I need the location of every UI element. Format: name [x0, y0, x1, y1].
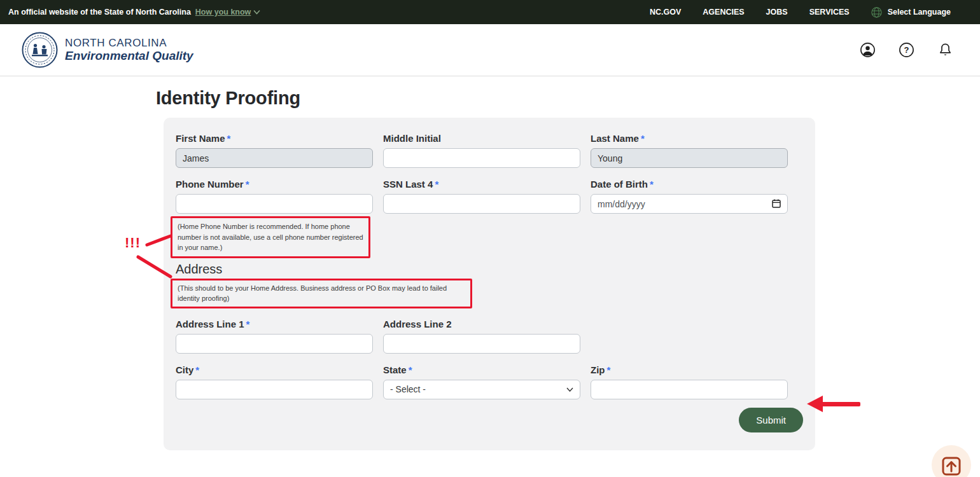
required-asterisk: *: [650, 179, 654, 190]
middle-initial-label: Middle Initial: [383, 133, 580, 144]
submit-button[interactable]: Submit: [739, 408, 803, 432]
date-of-birth-label: Date of Birth*: [591, 179, 788, 190]
select-language-button[interactable]: Select Language: [871, 7, 951, 18]
city-label: City*: [176, 364, 373, 376]
nav-link-jobs[interactable]: JOBS: [766, 8, 788, 17]
first-name-field: [176, 148, 373, 168]
account-button[interactable]: [859, 42, 876, 59]
address-note-callout: (This should to be your Home Address. Bu…: [171, 279, 472, 308]
how-you-know-label: How you know: [195, 8, 251, 17]
brand-agency-name: Environmental Quality: [65, 50, 193, 63]
agency-logo[interactable]: NORTH CAROLINA Environmental Quality: [22, 32, 193, 68]
last-name-label: Last Name*: [591, 133, 788, 144]
zip-label: Zip*: [591, 364, 788, 376]
address-section-heading: Address: [176, 262, 803, 277]
required-asterisk: *: [607, 364, 611, 375]
first-name-group: First Name*: [176, 133, 373, 168]
required-asterisk: *: [227, 133, 231, 144]
required-asterisk: *: [641, 133, 645, 144]
ssn-last4-label: SSN Last 4*: [383, 179, 580, 190]
nav-link-ncgov[interactable]: NC.GOV: [650, 8, 681, 17]
select-language-label: Select Language: [888, 8, 951, 17]
state-group: State* - Select -: [383, 364, 580, 399]
required-asterisk: *: [246, 319, 250, 329]
main-content: Identity Proofing First Name* Middle Ini…: [0, 88, 980, 477]
required-asterisk: *: [435, 179, 438, 190]
utility-bar: An official website of the State of Nort…: [0, 0, 980, 24]
zip-group: Zip*: [591, 364, 788, 399]
address-line1-group: Address Line 1*: [176, 319, 373, 354]
city-field[interactable]: [176, 380, 373, 399]
last-name-field: [591, 148, 788, 168]
required-asterisk: *: [246, 179, 249, 190]
address-line2-field[interactable]: [383, 334, 580, 354]
address-line2-label: Address Line 2: [383, 319, 580, 330]
required-asterisk: *: [195, 364, 199, 375]
arrow-up-square-icon: [941, 455, 962, 477]
phone-number-group: Phone Number* (Home Phone Number is reco…: [176, 179, 373, 258]
question-mark-circle-icon: ?: [899, 42, 914, 58]
ssn-last4-group: SSN Last 4*: [383, 179, 580, 258]
state-label: State*: [383, 364, 580, 376]
chevron-down-icon: [253, 10, 260, 15]
date-of-birth-field[interactable]: [591, 194, 788, 214]
state-select[interactable]: - Select -: [383, 380, 580, 399]
nav-link-services[interactable]: SERVICES: [809, 8, 850, 17]
phone-number-field[interactable]: [176, 194, 373, 214]
notifications-button[interactable]: [937, 42, 953, 59]
middle-initial-field[interactable]: [383, 148, 580, 168]
date-of-birth-group: Date of Birth*: [591, 179, 788, 258]
first-name-label: First Name*: [176, 133, 373, 144]
how-you-know-link[interactable]: How you know: [195, 8, 261, 17]
brand-state-name: NORTH CAROLINA: [65, 37, 193, 50]
page-title: Identity Proofing: [156, 88, 980, 109]
city-group: City*: [176, 364, 373, 399]
phone-note-callout: (Home Phone Number is recommended. If ho…: [171, 216, 370, 258]
address-line2-group: Address Line 2: [383, 319, 580, 354]
globe-icon: [871, 7, 882, 18]
address-line1-label: Address Line 1*: [176, 319, 373, 330]
official-site-text: An official website of the State of Nort…: [8, 8, 191, 17]
agency-header: NORTH CAROLINA Environmental Quality ?: [0, 24, 980, 76]
ssn-last4-field[interactable]: [383, 194, 580, 214]
bell-icon: [937, 42, 953, 58]
middle-initial-group: Middle Initial: [383, 133, 580, 168]
zip-field[interactable]: [591, 380, 788, 399]
address-line1-field[interactable]: [176, 334, 373, 354]
nc-state-seal-icon: [22, 32, 58, 68]
required-asterisk: *: [409, 364, 412, 375]
identity-proofing-form: First Name* Middle Initial Last Name* Ph…: [164, 118, 815, 450]
phone-number-label: Phone Number*: [176, 179, 373, 190]
person-circle-icon: [860, 42, 876, 58]
last-name-group: Last Name*: [591, 133, 788, 168]
help-button[interactable]: ?: [898, 42, 914, 59]
exclamation-annotation: !!!: [125, 235, 141, 251]
svg-text:?: ?: [904, 45, 909, 55]
nav-link-agencies[interactable]: AGENCIES: [703, 8, 744, 17]
